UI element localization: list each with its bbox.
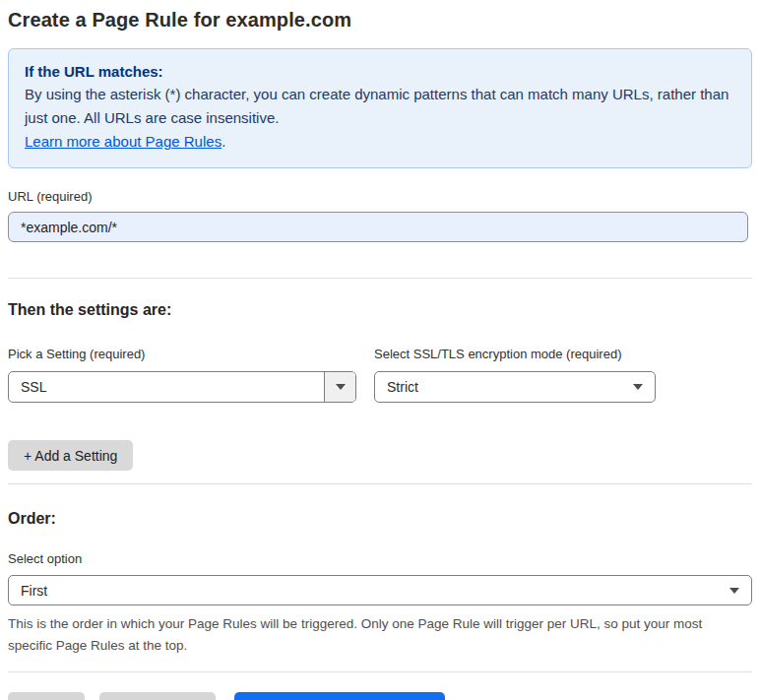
- link-suffix: .: [222, 133, 225, 150]
- settings-selects-row: Pick a Setting (required) SSL Select SSL…: [8, 347, 752, 403]
- footer-buttons: Cancel Save as Draft Save and Deploy Pag…: [8, 692, 752, 700]
- save-and-deploy-button[interactable]: Save and Deploy Page Rule: [234, 692, 445, 700]
- chevron-down-icon: [633, 384, 655, 390]
- pick-setting-value: SSL: [9, 379, 324, 395]
- add-setting-button[interactable]: + Add a Setting: [8, 440, 133, 471]
- info-box-body: By using the asterisk (*) character, you…: [25, 83, 733, 130]
- ssl-mode-value: Strict: [375, 379, 633, 395]
- ssl-mode-column: Select SSL/TLS encryption mode (required…: [374, 347, 656, 403]
- order-section-heading: Order:: [8, 509, 752, 529]
- divider: [8, 278, 752, 279]
- pick-setting-select[interactable]: SSL: [8, 371, 356, 403]
- ssl-mode-select[interactable]: Strict: [374, 371, 656, 403]
- order-help-text: This is the order in which your Page Rul…: [8, 613, 746, 657]
- order-select-value: First: [9, 583, 729, 599]
- info-box-heading: If the URL matches:: [25, 61, 735, 83]
- page-title: Create a Page Rule for example.com: [8, 6, 752, 33]
- chevron-down-icon[interactable]: [324, 372, 355, 402]
- info-box-link-line: Learn more about Page Rules.: [25, 130, 735, 154]
- chevron-down-icon: [729, 588, 751, 594]
- url-field-label: URL (required): [8, 189, 752, 205]
- url-input[interactable]: [8, 212, 748, 242]
- cancel-button[interactable]: Cancel: [8, 692, 85, 700]
- save-as-draft-button[interactable]: Save as Draft: [99, 692, 217, 700]
- learn-more-link[interactable]: Learn more about Page Rules: [25, 133, 222, 150]
- create-page-rule-form: Create a Page Rule for example.com If th…: [0, 0, 760, 700]
- pick-setting-column: Pick a Setting (required) SSL: [8, 347, 356, 403]
- order-select[interactable]: First: [8, 575, 752, 605]
- divider: [8, 483, 752, 484]
- settings-section-heading: Then the settings are:: [8, 300, 752, 320]
- divider: [8, 671, 752, 672]
- url-match-info-box: If the URL matches: By using the asteris…: [8, 48, 752, 168]
- ssl-mode-label: Select SSL/TLS encryption mode (required…: [374, 347, 656, 362]
- order-select-label: Select option: [8, 551, 752, 567]
- pick-setting-label: Pick a Setting (required): [8, 347, 356, 362]
